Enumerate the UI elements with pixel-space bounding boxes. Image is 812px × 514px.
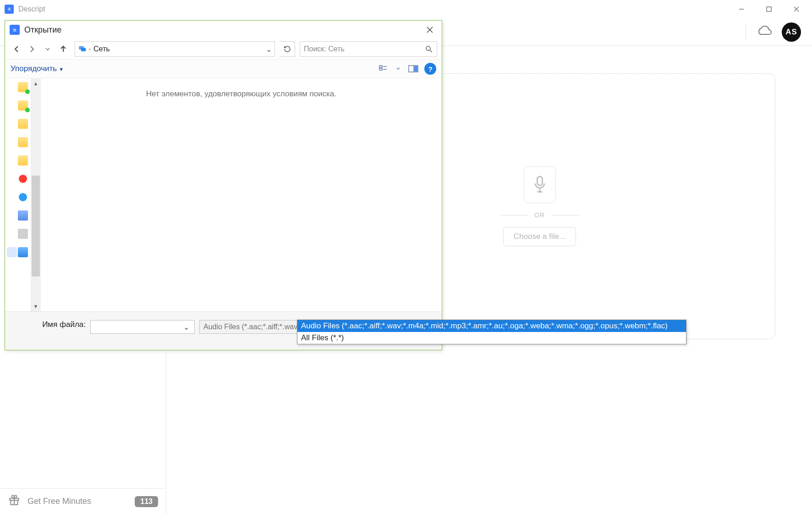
breadcrumb[interactable]: › Сеть ⌄: [75, 41, 275, 57]
svg-rect-16: [379, 66, 382, 67]
footer-bar: Get Free Minutes 113: [0, 488, 166, 514]
svg-rect-7: [537, 177, 542, 186]
file-open-dialog: ≡ Открытие › Сеть ⌄ Упорядочить: [5, 20, 442, 350]
tree-item[interactable]: [18, 229, 28, 239]
empty-message: Нет элементов, удовлетворяющих условиям …: [146, 89, 336, 99]
app-title: Descript: [18, 5, 728, 13]
tree-scrollbar[interactable]: ▲ ▼: [31, 78, 41, 311]
refresh-button[interactable]: [280, 41, 295, 57]
location-label[interactable]: Сеть: [93, 45, 110, 53]
filename-dropdown-icon[interactable]: ⌄: [181, 323, 192, 332]
titlebar: ≡ Descript: [0, 0, 812, 18]
dialog-toolbar: Упорядочить ▼ ?: [5, 59, 442, 78]
preview-pane-button[interactable]: [406, 62, 421, 75]
tree-item[interactable]: [18, 155, 28, 166]
view-dropdown-button[interactable]: [394, 62, 402, 75]
filetype-option[interactable]: Audio Files (*.aac;*.aiff;*.wav;*.m4a;*.…: [297, 320, 686, 332]
filetype-option[interactable]: All Files (*.*): [297, 332, 686, 344]
minutes-badge: 113: [135, 496, 158, 507]
network-icon: [78, 44, 86, 54]
maximize-button[interactable]: [755, 0, 783, 18]
tree-item[interactable]: [18, 119, 28, 129]
caret-down-icon: ▼: [59, 66, 64, 72]
search-input[interactable]: [304, 45, 425, 53]
dialog-nav: › Сеть ⌄: [5, 39, 442, 59]
filename-label: Имя файла:: [42, 320, 86, 329]
record-tile[interactable]: [524, 166, 556, 203]
minimize-button[interactable]: [728, 0, 755, 18]
avatar[interactable]: AS: [782, 22, 801, 42]
scroll-up-icon[interactable]: ▲: [31, 78, 41, 88]
tree-item[interactable]: [18, 100, 28, 111]
forward-button[interactable]: [25, 42, 39, 56]
organize-label: Упорядочить: [11, 64, 57, 73]
tree-item[interactable]: [18, 210, 28, 221]
svg-rect-1: [767, 7, 771, 11]
tree-item[interactable]: [18, 192, 28, 202]
choose-file-button[interactable]: Choose a file...: [503, 227, 576, 246]
organize-button[interactable]: Упорядочить ▼: [11, 64, 64, 73]
filename-field[interactable]: ⌄: [90, 320, 195, 334]
tree-item-network[interactable]: [18, 247, 28, 257]
dialog-close-button[interactable]: [422, 22, 438, 38]
cloud-icon[interactable]: [756, 25, 772, 39]
scroll-thumb[interactable]: [32, 176, 40, 276]
gift-icon: [8, 494, 20, 508]
nav-tree[interactable]: ▲ ▼: [5, 78, 41, 311]
breadcrumb-dropdown-icon[interactable]: ⌄: [266, 45, 272, 54]
dialog-app-icon: ≡: [10, 25, 20, 35]
app-icon: ≡: [5, 5, 14, 14]
or-separator: OR: [500, 211, 579, 219]
back-button[interactable]: [10, 42, 23, 56]
tree-item[interactable]: [18, 82, 28, 92]
file-list: Нет элементов, удовлетворяющих условиям …: [41, 78, 442, 311]
svg-line-15: [430, 50, 432, 52]
free-minutes-label[interactable]: Get Free Minutes: [27, 497, 91, 506]
search-icon: [425, 45, 433, 53]
window-buttons: [728, 0, 810, 18]
or-text: OR: [534, 211, 545, 219]
tree-item[interactable]: [18, 174, 28, 184]
filetype-dropdown: Audio Files (*.aac;*.aiff;*.wav;*.m4a;*.…: [297, 320, 686, 344]
svg-point-14: [426, 46, 430, 50]
tree-item[interactable]: [18, 137, 28, 147]
recent-dropdown-button[interactable]: [41, 42, 55, 56]
close-button[interactable]: [783, 0, 810, 18]
svg-rect-17: [379, 68, 382, 70]
search-box[interactable]: [300, 41, 437, 57]
header-divider: [746, 24, 746, 40]
view-mode-button[interactable]: [376, 62, 390, 75]
scroll-down-icon[interactable]: ▼: [31, 301, 41, 311]
dialog-body: ▲ ▼ Нет элементов, удовлетворяющих услов…: [5, 78, 442, 311]
up-button[interactable]: [56, 42, 70, 56]
svg-rect-13: [81, 48, 86, 51]
microphone-icon: [532, 175, 548, 194]
chevron-right-icon: ›: [89, 46, 91, 52]
dialog-titlebar: ≡ Открытие: [5, 21, 442, 39]
filename-input[interactable]: [93, 323, 181, 331]
svg-rect-22: [414, 66, 417, 72]
dialog-title: Открытие: [24, 25, 61, 35]
help-button[interactable]: ?: [424, 63, 436, 75]
